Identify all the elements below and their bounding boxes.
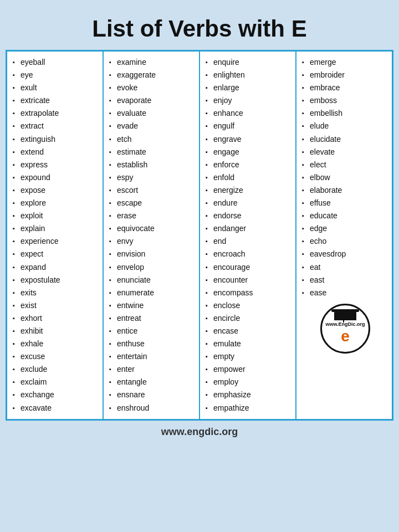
list-item: empty (206, 350, 292, 363)
col1-list: eyeballeyeexultextricateextrapolateextra… (13, 56, 99, 415)
logo-top-text: www.EngDic.org (325, 321, 365, 328)
list-item: express (13, 158, 99, 171)
list-item: embellish (302, 107, 346, 120)
list-item: exhale (13, 337, 99, 350)
list-item: exult (13, 81, 99, 94)
list-item: effuse (302, 197, 346, 209)
list-item: energize (206, 184, 292, 197)
page-title: List of Verbs with E (6, 6, 393, 50)
column-1: eyeballeyeexultextricateextrapolateextra… (7, 52, 104, 419)
list-item: enlighten (206, 69, 292, 81)
verbs-table: eyeballeyeexultextricateextrapolateextra… (6, 50, 393, 421)
list-item: explain (13, 222, 99, 235)
list-item: ease (302, 287, 346, 299)
list-item: envelop (109, 261, 196, 274)
list-item: extract (13, 120, 99, 132)
list-item: extend (13, 146, 99, 158)
list-item: exits (13, 287, 99, 299)
list-item: encircle (206, 312, 292, 325)
list-item: encroach (206, 248, 292, 260)
list-item: entangle (109, 376, 196, 388)
list-item: exist (13, 299, 99, 312)
graduation-cap-icon (334, 311, 356, 320)
list-item: elude (302, 120, 346, 132)
list-item: exchange (13, 388, 99, 401)
list-item: encompass (206, 287, 292, 299)
list-item: eat (302, 261, 346, 274)
list-item: expound (13, 171, 99, 184)
list-item: expand (13, 261, 99, 274)
list-item: exclaim (13, 376, 99, 388)
list-item: entice (109, 325, 196, 337)
list-item: extrapolate (13, 107, 99, 120)
column-2: examineexaggerateevokeevaporateevaluatee… (104, 52, 200, 419)
list-item: expect (13, 248, 99, 260)
col2-list: examineexaggerateevokeevaporateevaluatee… (109, 56, 196, 415)
logo-letter: e (341, 328, 350, 345)
list-item: evaluate (109, 107, 196, 120)
list-item: enfold (206, 171, 292, 184)
list-item: elaborate (302, 184, 346, 197)
list-item: entwine (109, 299, 196, 312)
list-item: excavate (13, 402, 99, 415)
list-item: escape (109, 197, 196, 209)
list-item: edge (302, 222, 346, 235)
list-item: enthuse (109, 337, 196, 350)
list-item: emphasize (206, 388, 292, 401)
column-4: emergeembroiderembraceembossembellishelu… (296, 52, 392, 419)
list-item: encourage (206, 261, 292, 274)
list-item: evaporate (109, 94, 196, 107)
list-item: exploit (13, 209, 99, 222)
list-item: elect (302, 158, 346, 171)
list-item: enter (109, 363, 196, 376)
list-item: exhibit (13, 325, 99, 337)
list-item: evade (109, 120, 196, 132)
list-item: enumerate (109, 287, 196, 299)
list-item: espy (109, 171, 196, 184)
list-item: engulf (206, 120, 292, 132)
list-item: ensnare (109, 388, 196, 401)
list-item: enclose (206, 299, 292, 312)
list-item: empathize (206, 402, 292, 415)
tassel-icon (343, 316, 344, 323)
list-item: end (206, 235, 292, 248)
list-item: equivocate (109, 222, 196, 235)
list-item: excuse (13, 350, 99, 363)
list-item: expose (13, 184, 99, 197)
list-item: employ (206, 376, 292, 388)
list-item: echo (302, 235, 346, 248)
list-item: enjoy (206, 94, 292, 107)
list-item: envy (109, 235, 196, 248)
list-item: east (302, 274, 346, 287)
list-item: elevate (302, 146, 346, 158)
list-item: encounter (206, 274, 292, 287)
list-item: envision (109, 248, 196, 260)
list-item: exhort (13, 312, 99, 325)
list-item: emboss (302, 94, 346, 107)
list-item: endanger (206, 222, 292, 235)
list-item: encase (206, 325, 292, 337)
list-item: escort (109, 184, 196, 197)
list-item: engrave (206, 133, 292, 146)
list-item: explore (13, 197, 99, 209)
list-item: engage (206, 146, 292, 158)
list-item: entreat (109, 312, 196, 325)
list-item: extricate (13, 94, 99, 107)
list-item: establish (109, 158, 196, 171)
list-item: enshroud (109, 402, 196, 415)
list-item: extinguish (13, 133, 99, 146)
col4-list: emergeembroiderembraceembossembellishelu… (302, 56, 346, 299)
list-item: elucidate (302, 133, 346, 146)
footer-url: www.engdic.org (6, 421, 393, 441)
engdic-logo: www.EngDic.org e (320, 304, 370, 354)
list-item: estimate (109, 146, 196, 158)
list-item: embroider (302, 69, 346, 81)
list-item: enunciate (109, 274, 196, 287)
list-item: evoke (109, 81, 196, 94)
list-item: enlarge (206, 81, 292, 94)
list-item: eye (13, 69, 99, 81)
list-item: elbow (302, 171, 346, 184)
list-item: empower (206, 363, 292, 376)
list-item: educate (302, 209, 346, 222)
col3-list: enquireenlightenenlargeenjoyenhanceengul… (206, 56, 292, 415)
